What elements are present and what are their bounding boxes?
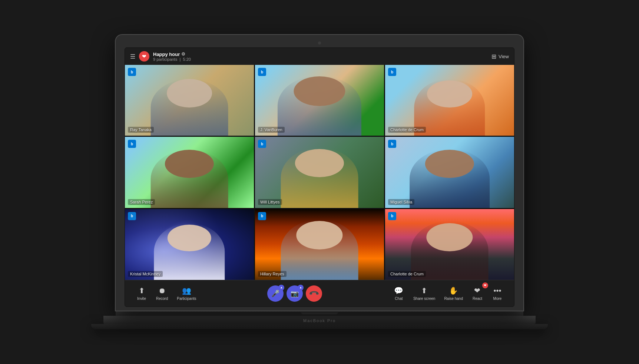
participant-label-3: Charlotte de Crum	[388, 127, 426, 133]
view-button[interactable]: ⊞ View	[491, 53, 509, 60]
video-cell-9[interactable]: b Charlotte de Crum	[385, 209, 514, 280]
meeting-icon: ❤	[139, 51, 149, 62]
more-button[interactable]: ••• More	[488, 284, 507, 303]
record-label: Record	[156, 297, 168, 301]
laptop-base: MacBook Pro	[103, 316, 536, 324]
participants-label: Participants	[177, 297, 196, 301]
participant-name-2: J. VanBuren	[260, 128, 282, 132]
mic-button[interactable]: 🎤 ▲	[267, 285, 284, 302]
laptop-wrapper: ☰ ❤ Happy hour ⚙ 9 participants | 5:20	[116, 35, 523, 329]
toolbar-right: 💬 Chat ⬆ Share screen ✋ Raise hand ❤ ❤	[390, 284, 507, 303]
bing-badge-8: b	[258, 212, 266, 220]
raise-hand-button[interactable]: ✋ Raise hand	[440, 284, 467, 303]
participant-label-9: Charlotte de Crum	[388, 271, 426, 277]
invite-button[interactable]: ⬆ Invite	[132, 284, 151, 303]
hangup-icon: 📞	[308, 288, 320, 299]
participants-icon: 👥	[182, 286, 191, 295]
invite-icon: ⬆	[139, 286, 145, 295]
meeting-subtitle: 9 participants | 5:20	[153, 57, 191, 62]
bing-badge-4: b	[128, 140, 136, 148]
participant-label-6: Miguel Silva	[388, 199, 414, 205]
participant-label-8: Hillary Reyes	[258, 271, 287, 277]
react-label: React	[473, 297, 482, 301]
record-icon: ⏺	[158, 287, 166, 295]
participant-label-7: Kristal McKinney	[128, 271, 163, 277]
bing-badge-9: b	[388, 212, 396, 220]
participant-name-7: Kristal McKinney	[130, 272, 160, 276]
participant-label-4: Sarah Perez	[128, 199, 155, 205]
more-label: More	[493, 297, 502, 301]
record-button[interactable]: ⏺ Record	[152, 284, 172, 303]
camera-expand-icon[interactable]: ▲	[298, 285, 304, 291]
view-label: View	[499, 54, 509, 59]
video-cell-5[interactable]: b Will Littyes	[255, 137, 384, 208]
share-screen-label: Share screen	[413, 297, 435, 301]
participant-count: 9 participants	[153, 57, 177, 62]
chat-button[interactable]: 💬 Chat	[390, 284, 408, 303]
participant-label-2: J. VanBuren	[258, 127, 285, 133]
invite-label: Invite	[137, 297, 146, 301]
laptop-camera	[318, 42, 321, 44]
hamburger-icon[interactable]: ☰	[130, 53, 135, 60]
mic-expand-icon[interactable]: ▲	[278, 285, 284, 291]
share-screen-icon: ⬆	[421, 286, 427, 295]
react-badge: ❤	[482, 282, 488, 288]
settings-icon[interactable]: ⚙	[181, 52, 185, 57]
participant-name-6: Miguel Silva	[390, 200, 412, 204]
hangup-button[interactable]: 📞	[306, 285, 322, 302]
participant-name-1: Ray Tanaka	[130, 128, 152, 132]
toolbar-center: 🎤 ▲ 📷 ▲ 📞	[267, 285, 322, 302]
meeting-title: Happy hour ⚙	[153, 52, 191, 57]
bing-badge-6: b	[388, 140, 396, 148]
title-bar: ☰ ❤ Happy hour ⚙ 9 participants | 5:20	[125, 48, 514, 65]
participant-name-4: Sarah Perez	[130, 200, 153, 204]
bing-badge-5: b	[258, 140, 266, 148]
camera-icon: 📷	[291, 289, 299, 298]
raise-hand-icon: ✋	[449, 286, 458, 295]
participant-label-5: Will Littyes	[258, 199, 282, 205]
bing-badge-3: b	[388, 68, 396, 76]
video-cell-7[interactable]: b Kristal McKinney	[125, 209, 254, 280]
raise-hand-label: Raise hand	[444, 297, 463, 301]
chat-icon: 💬	[394, 286, 403, 295]
participant-name-5: Will Littyes	[260, 200, 280, 204]
grid-icon: ⊞	[491, 53, 496, 60]
participants-button[interactable]: 👥 Participants	[173, 284, 200, 303]
bing-badge-1: b	[128, 68, 136, 76]
toolbar-left: ⬆ Invite ⏺ Record 👥 Participants	[132, 284, 200, 303]
mic-icon: 🎤	[271, 289, 279, 298]
react-button[interactable]: ❤ ❤ React	[468, 284, 487, 303]
meeting-duration: 5:20	[183, 57, 191, 62]
participant-name-9: Charlotte de Crum	[390, 272, 424, 276]
video-cell-1[interactable]: b Ray Tanaka	[125, 65, 254, 136]
chat-label: Chat	[395, 297, 403, 301]
participant-name-3: Charlotte de Crum	[390, 128, 424, 132]
video-grid: b Ray Tanaka b J. VanBuren	[125, 65, 514, 280]
laptop-hinge	[116, 311, 523, 316]
bing-badge-2: b	[258, 68, 266, 76]
meeting-info: Happy hour ⚙ 9 participants | 5:20	[153, 52, 191, 62]
share-screen-button[interactable]: ⬆ Share screen	[410, 284, 439, 303]
video-cell-6[interactable]: b Miguel Silva	[385, 137, 514, 208]
video-cell-3[interactable]: b Charlotte de Crum	[385, 65, 514, 136]
laptop-screen-outer: ☰ ❤ Happy hour ⚙ 9 participants | 5:20	[116, 35, 523, 311]
meeting-title-text: Happy hour	[153, 52, 180, 57]
react-icon: ❤	[474, 286, 480, 295]
video-cell-4[interactable]: b Sarah Perez	[125, 137, 254, 208]
more-icon: •••	[493, 287, 501, 295]
camera-button[interactable]: 📷 ▲	[287, 285, 303, 302]
laptop-foot	[91, 324, 548, 329]
title-bar-left: ☰ ❤ Happy hour ⚙ 9 participants | 5:20	[130, 51, 191, 62]
participant-name-8: Hillary Reyes	[260, 272, 284, 276]
laptop-screen: ☰ ❤ Happy hour ⚙ 9 participants | 5:20	[125, 47, 514, 307]
brand-label: MacBook Pro	[303, 318, 336, 323]
video-cell-2[interactable]: b J. VanBuren	[255, 65, 384, 136]
participant-label-1: Ray Tanaka	[128, 127, 154, 133]
toolbar: ⬆ Invite ⏺ Record 👥 Participants	[125, 280, 514, 307]
video-cell-8[interactable]: b Hillary Reyes	[255, 209, 384, 280]
